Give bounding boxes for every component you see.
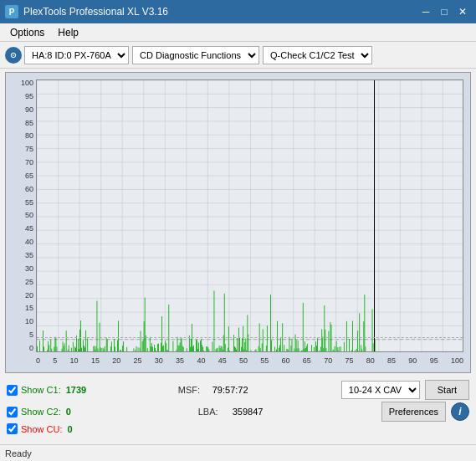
drive-select[interactable]: HA:8 ID:0 PX-760A — [24, 46, 129, 64]
y-label-35: 35 — [25, 252, 33, 259]
preferences-button[interactable]: Preferences — [381, 402, 446, 422]
x-label-35: 35 — [176, 356, 184, 365]
y-label-0: 0 — [29, 345, 33, 352]
maximize-button[interactable]: □ — [436, 4, 453, 19]
y-label-25: 25 — [25, 279, 33, 286]
y-axis-labels: 100 95 90 85 80 75 70 65 60 55 50 45 40 … — [6, 79, 36, 352]
speed-select[interactable]: 10-24 X CAV — [341, 381, 420, 399]
x-label-30: 30 — [155, 356, 163, 365]
y-label-65: 65 — [25, 172, 33, 180]
x-axis-labels: 0 5 10 15 20 25 30 35 40 45 50 55 60 65 … — [36, 352, 463, 369]
bottom-panel: Show C1: 1739 MSF: 79:57:72 10-24 X CAV … — [0, 376, 476, 438]
show-c2-label[interactable]: Show C2: — [7, 407, 61, 417]
x-label-10: 10 — [70, 356, 79, 365]
y-label-100: 100 — [21, 79, 33, 87]
minimize-button[interactable]: ─ — [417, 4, 434, 19]
y-label-80: 80 — [25, 132, 33, 140]
menu-options[interactable]: Options — [3, 25, 51, 40]
y-label-20: 20 — [25, 292, 33, 300]
x-label-15: 15 — [91, 356, 100, 365]
threshold-line — [37, 337, 463, 338]
show-cu-text: Show CU: — [21, 424, 63, 434]
show-cu-label[interactable]: Show CU: — [7, 423, 63, 434]
title-bar-controls: ─ □ ✕ — [417, 4, 471, 19]
x-label-20: 20 — [112, 356, 120, 365]
show-cu-checkbox[interactable] — [7, 423, 18, 434]
title-bar: P PlexTools Professional XL V3.16 ─ □ ✕ — [0, 0, 476, 23]
y-label-5: 5 — [29, 331, 33, 339]
cu-value: 0 — [68, 424, 101, 434]
x-label-75: 75 — [345, 356, 353, 365]
close-button[interactable]: ✕ — [454, 4, 471, 19]
x-label-90: 90 — [408, 356, 417, 365]
y-label-15: 15 — [25, 305, 33, 312]
y-label-10: 10 — [25, 318, 33, 325]
show-c2-checkbox[interactable] — [7, 407, 18, 417]
x-label-0: 0 — [36, 356, 40, 365]
y-label-45: 45 — [25, 225, 33, 233]
app-icon: P — [5, 5, 18, 18]
lba-label: LBA: — [198, 407, 228, 417]
status-text: Ready — [5, 448, 32, 458]
y-label-95: 95 — [25, 93, 33, 100]
x-label-55: 55 — [260, 356, 269, 365]
show-c1-label[interactable]: Show C1: — [7, 385, 61, 396]
drive-selector: ⊙ HA:8 ID:0 PX-760A — [5, 46, 129, 64]
y-label-40: 40 — [25, 238, 33, 246]
x-label-45: 45 — [218, 356, 227, 365]
menu-help[interactable]: Help — [51, 25, 85, 40]
msf-label: MSF: — [178, 385, 207, 395]
msf-value: 79:57:72 — [212, 385, 263, 395]
chart-area: 100 95 90 85 80 75 70 65 60 55 50 45 40 … — [5, 72, 471, 373]
y-label-55: 55 — [25, 199, 33, 207]
show-c1-text: Show C1: — [21, 385, 61, 395]
function-select[interactable]: CD Diagnostic Functions — [132, 46, 259, 64]
y-label-30: 30 — [25, 265, 33, 273]
x-label-70: 70 — [324, 356, 332, 365]
menu-bar: Options Help — [0, 23, 476, 42]
y-label-60: 60 — [25, 186, 33, 193]
y-label-90: 90 — [25, 106, 33, 114]
start-button[interactable]: Start — [425, 380, 469, 400]
info-button[interactable]: i — [451, 402, 469, 421]
x-label-40: 40 — [197, 356, 205, 365]
x-label-60: 60 — [282, 356, 290, 365]
show-c1-checkbox[interactable] — [7, 385, 18, 396]
title-bar-left: P PlexTools Professional XL V3.16 — [5, 5, 168, 18]
vertical-marker — [374, 80, 375, 351]
x-label-85: 85 — [387, 356, 396, 365]
x-label-100: 100 — [451, 356, 463, 365]
x-label-5: 5 — [53, 356, 57, 365]
y-label-50: 50 — [25, 212, 33, 219]
c1-value: 1739 — [66, 385, 100, 395]
x-label-80: 80 — [366, 356, 375, 365]
drive-icon: ⊙ — [5, 47, 22, 64]
bottom-row-1: Show C1: 1739 MSF: 79:57:72 10-24 X CAV … — [7, 380, 469, 400]
chart-canvas — [37, 80, 463, 352]
x-label-25: 25 — [133, 356, 141, 365]
bottom-row-3: Show CU: 0 — [7, 423, 469, 434]
show-c2-text: Show C2: — [21, 407, 61, 417]
chart-inner — [36, 79, 463, 352]
x-label-95: 95 — [430, 356, 438, 365]
x-label-50: 50 — [239, 356, 248, 365]
status-bar: Ready — [0, 444, 476, 461]
toolbar: ⊙ HA:8 ID:0 PX-760A CD Diagnostic Functi… — [0, 42, 476, 69]
y-label-75: 75 — [25, 146, 33, 153]
y-label-85: 85 — [25, 120, 33, 127]
test-select[interactable]: Q-Check C1/C2 Test — [263, 46, 372, 64]
c2-value: 0 — [66, 407, 100, 417]
window-title: PlexTools Professional XL V3.16 — [23, 6, 168, 18]
y-label-70: 70 — [25, 159, 33, 166]
lba-value: 359847 — [233, 407, 283, 417]
bottom-row-2: Show C2: 0 LBA: 359847 Preferences i — [7, 402, 469, 422]
x-label-65: 65 — [303, 356, 311, 365]
